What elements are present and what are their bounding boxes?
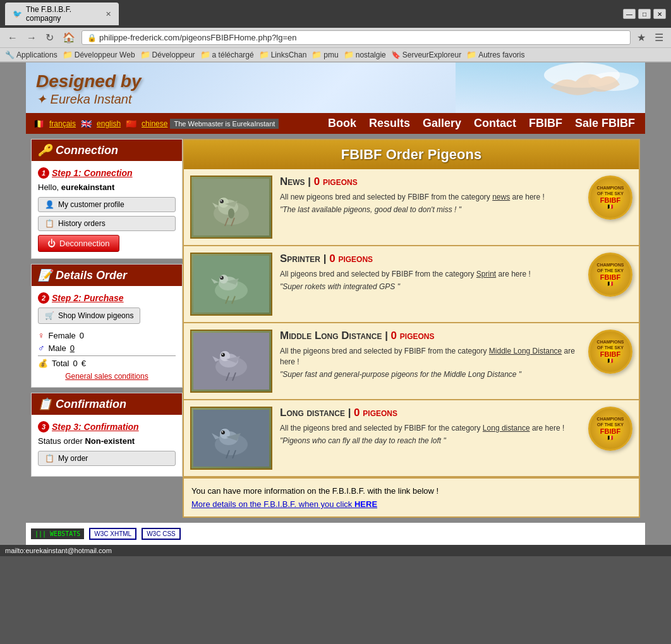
medal-fbibf-text: FBIBF bbox=[600, 196, 620, 204]
pigeon-image-middle bbox=[190, 330, 272, 393]
deconnect-label: Deconnection bbox=[59, 239, 110, 248]
shop-window-button[interactable]: 🛒 Shop Window pigeons bbox=[38, 307, 140, 324]
total-row: 💰 Total 0 € bbox=[38, 355, 176, 368]
medal-middle: CHAMPIONSOF THE SKY FBIBF 🇧🇪 bbox=[588, 330, 632, 374]
medal-flag: 🇧🇪 bbox=[607, 204, 614, 210]
webmaster-badge: The Webmaster is EurekaInstant bbox=[170, 119, 279, 129]
female-row: ♀ Female 0 bbox=[38, 330, 176, 340]
profile-btn-label: My customer profile bbox=[58, 200, 124, 209]
pigeon-quote-news: "The last available pigeons, good deal t… bbox=[280, 205, 582, 214]
browser-chrome: 🐦 The F.B.I.B.F. compagny ✕ — □ ✕ ← → ↻ … bbox=[0, 0, 671, 63]
close-button[interactable]: ✕ bbox=[653, 9, 666, 19]
w3c-css-label: W3C CSS bbox=[147, 530, 176, 537]
english-flag: 🇬🇧 bbox=[81, 119, 92, 129]
total-label: Total bbox=[52, 359, 69, 368]
customer-profile-button[interactable]: 👤 My customer profile bbox=[38, 197, 176, 212]
tab-favicon: 🐦 bbox=[13, 9, 22, 18]
nav-book[interactable]: Book bbox=[323, 113, 361, 134]
svg-point-20 bbox=[221, 353, 225, 357]
medal-flag-2: 🇧🇪 bbox=[607, 281, 614, 287]
footer-details-link[interactable]: More details on the F.B.I.B.F. when you … bbox=[191, 499, 377, 509]
sprint-link[interactable]: Sprint bbox=[476, 270, 496, 278]
tab-close-button[interactable]: ✕ bbox=[106, 10, 111, 18]
bookmark-star-button[interactable]: ★ bbox=[634, 30, 648, 45]
french-language-link[interactable]: français bbox=[49, 119, 76, 128]
step3-text: Step 3: Confirmation bbox=[52, 422, 139, 432]
male-value: 0 bbox=[70, 343, 75, 353]
total-value: 0 bbox=[73, 359, 77, 368]
pigeon-title-middle: Middle Long Distance | 0 pigeons bbox=[280, 330, 582, 342]
bookmark-nostalgie[interactable]: 📁 nostalgie bbox=[344, 50, 386, 59]
my-order-button[interactable]: 📋 My order bbox=[38, 451, 176, 466]
folder-icon: 📁 bbox=[466, 50, 476, 59]
pigeon-card-long: Long distance | 0 pigeons All the pigeon… bbox=[184, 400, 639, 477]
confirmation-header: 📋 Confirmation bbox=[32, 393, 182, 415]
bookmark-apps[interactable]: 🔧 Applications bbox=[5, 51, 57, 59]
news-link[interactable]: news bbox=[492, 193, 510, 201]
nav-gallery[interactable]: Gallery bbox=[418, 113, 466, 134]
navigation-bar: ← → ↻ 🏠 🔒 philippe-frederick.com/pigeons… bbox=[0, 28, 671, 48]
main-layout: 🔑 Connection 1 Step 1: Connection Hello,… bbox=[26, 134, 645, 523]
hello-prefix: Hello, bbox=[38, 182, 61, 192]
pigeon-title-sprinter: Sprinter | 0 pigeons bbox=[280, 253, 582, 265]
connection-body: 1 Step 1: Connection Hello, eurekainstan… bbox=[32, 161, 182, 258]
status-email: mailto:eurekainstant@hotmail.com bbox=[5, 547, 112, 554]
autres-label: Autres favoris bbox=[478, 51, 524, 59]
home-button[interactable]: 🏠 bbox=[60, 30, 78, 45]
address-text: philippe-frederick.com/pigeonsFBIBFHome.… bbox=[99, 33, 625, 42]
details-order-section: 📝 Details Order 2 Step 2: Purchase 🛒 Sho… bbox=[31, 264, 183, 388]
svg-point-21 bbox=[222, 354, 223, 355]
minimize-button[interactable]: — bbox=[623, 9, 636, 19]
nav-sale[interactable]: Sale FBIBF bbox=[570, 113, 640, 134]
news-title-text: News bbox=[280, 176, 305, 188]
english-language-link[interactable]: english bbox=[97, 119, 121, 128]
header-banner: Designed by ✦ Eureka Instant bbox=[26, 63, 645, 113]
medal-arc-text-3: CHAMPIONSOF THE SKY bbox=[597, 340, 624, 350]
nav-contact[interactable]: Contact bbox=[469, 113, 521, 134]
browser-tab[interactable]: 🐦 The F.B.I.B.F. compagny ✕ bbox=[5, 3, 119, 25]
confirmation-title: Confirmation bbox=[56, 398, 126, 411]
maximize-button[interactable]: □ bbox=[638, 9, 651, 19]
forward-button[interactable]: → bbox=[24, 31, 39, 45]
pigeon-desc-news: All new pigeons bred and selected by FBI… bbox=[280, 192, 582, 203]
long-link[interactable]: Long distance bbox=[483, 424, 530, 432]
step2-label: 2 Step 2: Purchase bbox=[38, 292, 176, 304]
bookmark-autres[interactable]: 📁 Autres favoris bbox=[466, 50, 524, 59]
svg-point-14 bbox=[220, 276, 224, 280]
here-text: HERE bbox=[354, 499, 377, 509]
serveur-label: ServeurExploreur bbox=[402, 51, 461, 59]
deconnect-button[interactable]: ⏻ Deconnection bbox=[38, 235, 119, 252]
nav-results[interactable]: Results bbox=[364, 113, 415, 134]
nav-fbibf[interactable]: FBIBF bbox=[524, 113, 567, 134]
menu-button[interactable]: ☰ bbox=[652, 30, 666, 45]
bookmark-dev-web[interactable]: 📁 Développeur Web bbox=[63, 50, 135, 59]
bookmark-dev[interactable]: 📁 Développeur bbox=[140, 50, 195, 59]
address-bar[interactable]: 🔒 philippe-frederick.com/pigeonsFBIBFHom… bbox=[82, 30, 631, 45]
folder-icon: 📁 bbox=[200, 50, 210, 59]
reload-button[interactable]: ↻ bbox=[43, 30, 56, 45]
french-flag: 🇧🇪 bbox=[33, 119, 44, 129]
page-wrapper: Designed by ✦ Eureka Instant bbox=[0, 63, 671, 545]
middle-title-text: Middle Long Distance bbox=[280, 330, 382, 342]
back-button[interactable]: ← bbox=[5, 31, 20, 45]
bookmark-linkschan[interactable]: 📁 LinksChan bbox=[259, 50, 307, 59]
details-header: 📝 Details Order bbox=[32, 265, 182, 286]
step2-text: Step 2: Purchase bbox=[52, 293, 124, 303]
bookmark-pmu[interactable]: 📁 pmu bbox=[311, 50, 338, 59]
status-row: Status order Non-existent bbox=[38, 436, 176, 446]
news-count: 0 pigeons bbox=[314, 176, 358, 188]
medal-arc-text-4: CHAMPIONSOF THE SKY bbox=[597, 417, 624, 427]
conditions-link[interactable]: General sales conditions bbox=[38, 372, 176, 381]
pigeon-info-long: Long distance | 0 pigeons All the pigeon… bbox=[280, 407, 582, 470]
male-icon: ♂ bbox=[38, 343, 45, 353]
webstats-text: WEBSTATS bbox=[50, 530, 80, 537]
bookmark-serveur[interactable]: 🔖 ServeurExploreur bbox=[391, 51, 461, 59]
female-value: 0 bbox=[80, 331, 84, 340]
title-bar: 🐦 The F.B.I.B.F. compagny ✕ — □ ✕ bbox=[0, 0, 671, 28]
chinese-language-link[interactable]: chinese bbox=[142, 119, 167, 128]
logo-designed-by: Designed by bbox=[36, 71, 141, 92]
connection-header: 🔑 Connection bbox=[32, 140, 182, 161]
history-orders-button[interactable]: 📋 History orders bbox=[38, 216, 176, 231]
middle-link[interactable]: Middle Long Distance bbox=[489, 347, 562, 355]
bookmark-telechargé[interactable]: 📁 a téléchargé bbox=[200, 50, 254, 59]
